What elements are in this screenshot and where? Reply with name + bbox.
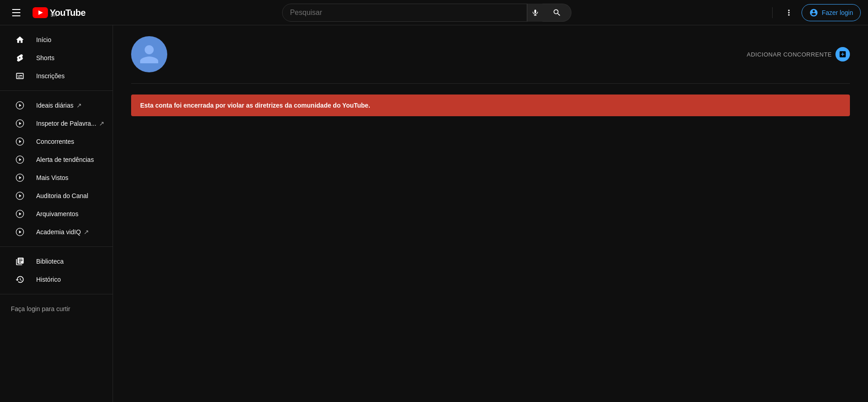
sidebar-label-alerta-tendencias: Alerta de tendências — [36, 156, 94, 163]
sidebar-label-inscricoes: Inscrições — [36, 72, 65, 80]
alert-banner: Esta conta foi encerrada por violar as d… — [131, 95, 850, 116]
main-content: ADICIONAR CONCORRENTE Esta conta foi enc… — [113, 25, 868, 402]
sidebar: Início Shorts Inscrições Ideais diárias … — [0, 25, 113, 402]
account-circle-icon — [809, 8, 818, 17]
channel-actions: ADICIONAR CONCORRENTE — [747, 47, 850, 61]
sidebar-item-mais-vistos[interactable]: Mais Vistos — [4, 169, 109, 187]
svg-marker-5 — [19, 122, 21, 125]
channel-avatar — [131, 36, 167, 72]
header: YouTube BR — [0, 0, 868, 25]
avatar-icon — [136, 41, 163, 68]
logo[interactable]: YouTube BR — [33, 7, 85, 18]
sidebar-item-inspetor-palavras[interactable]: Inspetor de Palavra... ↗ — [4, 114, 109, 132]
vidiq-play-icon-1 — [14, 100, 25, 111]
external-link-icon-2: ↗ — [99, 120, 104, 127]
external-link-icon-1: ↗ — [76, 102, 82, 109]
sidebar-item-auditoria-canal[interactable]: Auditoria do Canal — [4, 187, 109, 205]
svg-marker-9 — [19, 158, 21, 161]
header-center — [282, 4, 571, 22]
vidiq-play-icon-6 — [14, 190, 25, 201]
sidebar-item-biblioteca[interactable]: Biblioteca — [4, 252, 109, 270]
microphone-icon — [532, 9, 539, 16]
vidiq-play-icon-4 — [14, 154, 25, 165]
sidebar-divider-1 — [0, 90, 113, 91]
sidebar-label-inicio: Início — [36, 36, 51, 43]
sidebar-label-auditoria-canal: Auditoria do Canal — [36, 192, 88, 199]
add-competitor-button[interactable]: ADICIONAR CONCORRENTE — [747, 47, 850, 61]
history-icon — [14, 274, 25, 285]
subscriptions-icon — [14, 71, 25, 81]
alert-text: Esta conta foi encerrada por violar as d… — [140, 102, 370, 109]
vidiq-play-icon-2 — [14, 118, 25, 129]
menu-button[interactable] — [7, 4, 25, 22]
shorts-icon — [14, 52, 25, 63]
sidebar-item-concorrentes[interactable]: Concorrentes — [4, 132, 109, 151]
sidebar-label-historico: Histórico — [36, 276, 61, 283]
vertical-divider — [772, 7, 773, 18]
vidiq-play-icon-3 — [14, 136, 25, 147]
sidebar-label-inspetor-wrapper: Inspetor de Palavra... ↗ — [36, 120, 104, 127]
search-input[interactable] — [290, 9, 519, 17]
sidebar-footer: Faça login para curtir — [0, 300, 113, 318]
svg-marker-13 — [19, 194, 21, 198]
sidebar-divider-3 — [0, 294, 113, 294]
vidiq-play-icon-8 — [14, 227, 25, 237]
sidebar-item-inscricoes[interactable]: Inscrições — [4, 67, 109, 85]
svg-marker-3 — [19, 104, 21, 107]
add-competitor-label: ADICIONAR CONCORRENTE — [747, 51, 832, 58]
signin-label: Fazer login — [822, 9, 853, 16]
sidebar-label-arquivamentos: Arquivamentos — [36, 210, 78, 218]
sidebar-label-mais-vistos: Mais Vistos — [36, 174, 68, 181]
sidebar-label-biblioteca: Biblioteca — [36, 258, 64, 265]
more-vert-icon — [784, 8, 793, 17]
svg-marker-11 — [19, 176, 21, 180]
sidebar-item-arquivamentos[interactable]: Arquivamentos — [4, 205, 109, 223]
sidebar-item-shorts[interactable]: Shorts — [4, 49, 109, 67]
signin-button[interactable]: Fazer login — [802, 4, 861, 21]
logo-country: BR — [51, 13, 85, 18]
sidebar-item-academia-vidiq[interactable]: Academia vidIQ ↗ — [4, 223, 109, 241]
sidebar-label-ideais-diarias: Ideais diárias — [36, 102, 74, 109]
external-link-icon-3: ↗ — [84, 228, 89, 236]
header-right: Fazer login — [769, 4, 861, 22]
hamburger-icon — [9, 5, 24, 20]
search-form — [282, 4, 571, 22]
sidebar-item-historico[interactable]: Histórico — [4, 270, 109, 288]
sidebar-label-ideais-wrapper: Ideais diárias ↗ — [36, 102, 82, 109]
channel-divider — [131, 83, 850, 84]
search-icon — [552, 8, 561, 17]
sidebar-footer-text: Faça login para curtir — [11, 305, 71, 312]
search-input-wrapper — [282, 4, 527, 22]
channel-header: ADICIONAR CONCORRENTE — [113, 25, 868, 83]
home-icon — [14, 34, 25, 45]
vidiq-play-icon-5 — [14, 172, 25, 183]
sidebar-label-academia-wrapper: Academia vidIQ ↗ — [36, 228, 89, 236]
page-layout: Início Shorts Inscrições Ideais diárias … — [0, 25, 868, 402]
svg-marker-15 — [19, 213, 21, 216]
youtube-logo-icon — [33, 7, 48, 18]
add-competitor-icon — [835, 47, 850, 61]
search-button[interactable] — [542, 4, 571, 22]
more-options-button[interactable] — [780, 4, 798, 22]
svg-marker-7 — [19, 140, 21, 143]
sidebar-item-ideais-diarias[interactable]: Ideais diárias ↗ — [4, 96, 109, 114]
sidebar-item-alerta-tendencias[interactable]: Alerta de tendências — [4, 151, 109, 169]
search-voice-button[interactable] — [527, 4, 542, 22]
svg-marker-17 — [19, 231, 21, 234]
header-left: YouTube BR — [7, 4, 85, 22]
sidebar-item-inicio[interactable]: Início — [4, 31, 109, 49]
sidebar-label-concorrentes: Concorrentes — [36, 138, 74, 145]
sidebar-label-shorts: Shorts — [36, 54, 54, 61]
sidebar-label-academia-vidiq: Academia vidIQ — [36, 228, 81, 236]
sidebar-divider-2 — [0, 246, 113, 247]
library-icon — [14, 256, 25, 267]
vidiq-play-icon-7 — [14, 208, 25, 219]
sidebar-label-inspetor-palavras: Inspetor de Palavra... — [36, 120, 96, 127]
